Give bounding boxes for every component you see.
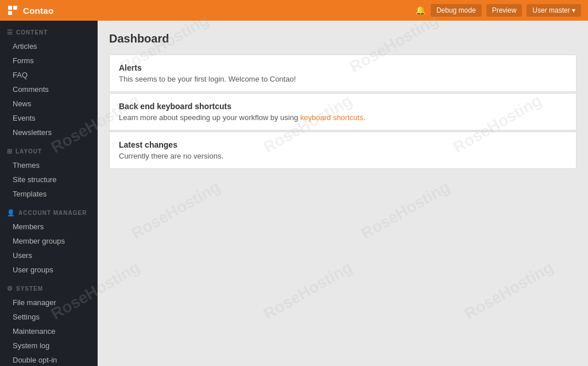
- sidebar-item-themes[interactable]: Themes: [0, 158, 98, 172]
- notification-icon[interactable]: 🔔: [415, 5, 426, 16]
- user-master-button[interactable]: User master ▾: [527, 4, 581, 17]
- svg-rect-2: [8, 11, 12, 15]
- page-title: Dashboard: [109, 32, 577, 45]
- layout-section-header: ⊞ LAYOUT: [0, 140, 98, 158]
- sidebar-item-file-manager[interactable]: File manager: [0, 295, 98, 310]
- layout-section-icon: ⊞: [7, 148, 13, 155]
- latest-changes-card: Latest changes Currently there are no ve…: [109, 132, 577, 169]
- sidebar-item-articles[interactable]: Articles: [0, 39, 98, 53]
- alerts-body: This seems to be your first login. Welco…: [119, 75, 567, 83]
- sidebar-item-maintenance[interactable]: Maintenance: [0, 324, 98, 338]
- keyboard-shortcuts-link[interactable]: keyboard shortcuts: [300, 113, 363, 122]
- contao-logo-icon: [7, 5, 18, 16]
- shortcuts-body: Learn more about speeding up your workfl…: [119, 113, 567, 122]
- svg-rect-1: [13, 6, 17, 10]
- debug-mode-button[interactable]: Debug mode: [431, 4, 482, 17]
- alerts-title: Alerts: [119, 63, 567, 72]
- content-section-icon: ☰: [7, 29, 13, 36]
- top-header: Contao 🔔 Debug mode Preview User master …: [0, 0, 588, 21]
- system-section-header: ⚙ SYSTEM: [0, 277, 98, 295]
- sidebar-item-faq[interactable]: FAQ: [0, 68, 98, 82]
- shortcuts-title: Back end keyboard shortcuts: [119, 102, 567, 111]
- latest-changes-title: Latest changes: [119, 140, 567, 149]
- sidebar-item-news[interactable]: News: [0, 97, 98, 111]
- sidebar-item-templates[interactable]: Templates: [0, 187, 98, 201]
- content-section-header: ☰ CONTENT: [0, 21, 98, 39]
- account-section-header: 👤 ACCOUNT MANAGER: [0, 201, 98, 219]
- content-area: Dashboard Alerts This seems to be your f…: [98, 21, 588, 366]
- chevron-down-icon: ▾: [572, 6, 575, 14]
- header-right: 🔔 Debug mode Preview User master ▾: [415, 4, 581, 17]
- sidebar-item-system-log[interactable]: System log: [0, 338, 98, 353]
- app-name: Contao: [23, 6, 53, 16]
- sidebar-item-events[interactable]: Events: [0, 111, 98, 125]
- sidebar-item-forms[interactable]: Forms: [0, 53, 98, 68]
- main-layout: ☰ CONTENT Articles Forms FAQ Comments Ne…: [0, 21, 588, 366]
- header-left: Contao: [7, 5, 53, 16]
- sidebar-item-users[interactable]: Users: [0, 248, 98, 263]
- dashboard-cards: Alerts This seems to be your first login…: [109, 55, 577, 169]
- shortcuts-card: Back end keyboard shortcuts Learn more a…: [109, 93, 577, 130]
- sidebar-item-newsletters[interactable]: Newsletters: [0, 125, 98, 140]
- sidebar-item-member-groups[interactable]: Member groups: [0, 234, 98, 248]
- preview-button[interactable]: Preview: [486, 4, 523, 17]
- sidebar-item-user-groups[interactable]: User groups: [0, 263, 98, 277]
- sidebar: ☰ CONTENT Articles Forms FAQ Comments Ne…: [0, 21, 98, 366]
- sidebar-item-double-opt-in[interactable]: Double opt-in: [0, 353, 98, 366]
- latest-changes-body: Currently there are no versions.: [119, 152, 567, 160]
- svg-rect-0: [8, 6, 12, 10]
- system-section-icon: ⚙: [7, 285, 13, 292]
- account-section-icon: 👤: [7, 209, 16, 217]
- sidebar-item-site-structure[interactable]: Site structure: [0, 172, 98, 187]
- alerts-card: Alerts This seems to be your first login…: [109, 55, 577, 92]
- sidebar-item-comments[interactable]: Comments: [0, 82, 98, 97]
- sidebar-item-members[interactable]: Members: [0, 219, 98, 234]
- sidebar-item-settings[interactable]: Settings: [0, 310, 98, 324]
